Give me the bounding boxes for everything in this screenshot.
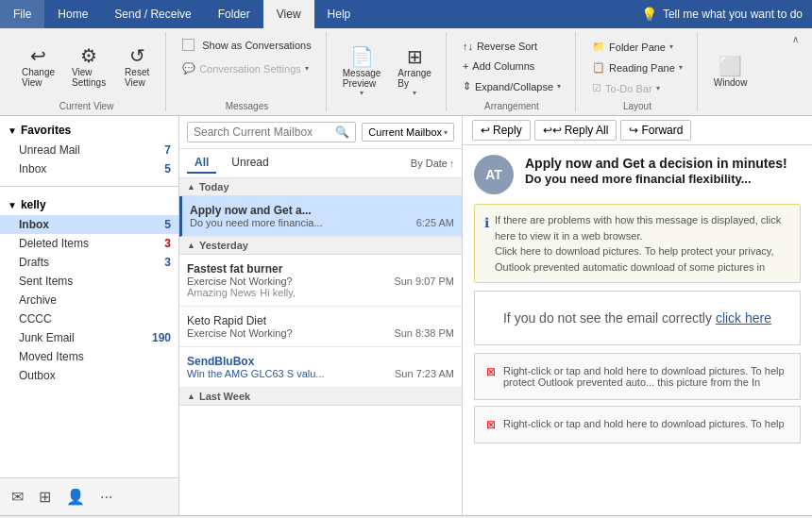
window-button[interactable]: ⬜ Window (707, 52, 754, 92)
ribbon-search-area: 💡 Tell me what you want to do (632, 0, 812, 28)
email-sender-apply: Apply now and Get a... (190, 204, 454, 217)
preview-buttons: 📄 MessagePreview ▾ ⊞ ArrangeBy ▾ (336, 32, 438, 108)
collapse-ribbon-button[interactable]: ∧ (787, 32, 804, 46)
tab-view[interactable]: View (263, 0, 314, 28)
settings-icon: ⚙ (80, 46, 97, 65)
reply-all-label: Reply All (565, 124, 609, 137)
junk-count: 190 (152, 331, 171, 344)
sidebar-divider (0, 186, 178, 187)
sidebar-item-archive[interactable]: Archive (0, 291, 178, 309)
arrange-by-label: ArrangeBy (398, 68, 431, 89)
email-sender-keto: Keto Rapid Diet (187, 314, 454, 327)
click-here-link[interactable]: click here (716, 310, 771, 326)
sidebar-item-drafts[interactable]: Drafts 3 (0, 253, 178, 272)
messages-buttons: Show as Conversations 💬 Conversation Set… (176, 32, 318, 97)
email-subject-keto: Exercise Not Working? (187, 327, 386, 339)
arrange-by-button[interactable]: ⊞ ArrangeBy ▾ (391, 42, 438, 102)
email-item-fat-burner[interactable]: Fastest fat burner Exercise Not Working?… (179, 255, 462, 307)
email-meta-sendblubox: Win the AMG GLC63 S valu... Sun 7:23 AM (187, 368, 454, 379)
mailbox-dropdown[interactable]: Current Mailbox ▾ (362, 123, 454, 142)
reply-all-button[interactable]: ↩↩ Reply All (534, 120, 617, 141)
show-as-conversations-checkbox[interactable]: Show as Conversations (176, 36, 318, 54)
reset-view-label: ResetView (125, 67, 149, 88)
search-input[interactable] (194, 125, 335, 139)
last-week-triangle-icon: ▲ (187, 392, 195, 401)
favorites-header[interactable]: ▼ Favorites (0, 120, 178, 141)
email-item-sendblubox[interactable]: SendBluBox Win the AMG GLC63 S valu... S… (179, 347, 462, 388)
tab-send-receive[interactable]: Send / Receive (101, 0, 204, 28)
forward-button[interactable]: ↪ Forward (620, 120, 691, 141)
folder-pane-button[interactable]: 📁 Folder Pane ▾ (585, 38, 680, 56)
folder-pane-label: Folder Pane (609, 42, 666, 53)
message-preview-button[interactable]: 📄 MessagePreview ▾ (336, 42, 388, 102)
email-item-keto[interactable]: Keto Rapid Diet Exercise Not Working? Su… (179, 307, 462, 347)
sidebar-item-inbox-favorites[interactable]: Inbox 5 (0, 159, 178, 178)
mail-footer-icon[interactable]: ✉ (8, 484, 27, 510)
search-box[interactable]: 🔍 (187, 122, 356, 142)
unread-mail-label: Unread Mail (19, 143, 80, 157)
sidebar-item-outbox[interactable]: Outbox (0, 366, 178, 385)
sidebar-item-moved[interactable]: Moved Items (0, 347, 178, 366)
add-columns-button[interactable]: + Add Columns (456, 58, 541, 75)
ribbon-search-text: Tell me what you want to do (663, 8, 803, 21)
change-view-button[interactable]: ↩ ChangeView (15, 42, 61, 92)
email-subject-sendblubox: Win the AMG GLC63 S valu... (187, 368, 387, 379)
search-icon: 🔍 (335, 125, 349, 139)
filter-unread[interactable]: Unread (224, 153, 276, 174)
sort-button[interactable]: By Date ↑ (411, 158, 454, 169)
conversation-settings-label: Conversation Settings (199, 63, 301, 75)
reset-view-button[interactable]: ↺ ResetView (116, 42, 158, 92)
favorites-arrow-icon: ▼ (8, 125, 17, 136)
account-header[interactable]: ▼ kelly (0, 194, 178, 215)
ribbon-group-messages: Show as Conversations 💬 Conversation Set… (168, 32, 327, 111)
img-error-icon-2: ⊠ (486, 418, 496, 431)
date-group-last-week: ▲ Last Week (179, 388, 462, 406)
expand-collapse-button[interactable]: ⇕ Expand/Collapse▾ (456, 77, 567, 95)
sidebar-item-inbox[interactable]: Inbox 5 (0, 215, 178, 234)
email-subject-apply: Do you need more financia... (190, 217, 409, 228)
reverse-sort-button[interactable]: ↑↓ Reverse Sort (456, 38, 544, 55)
calendar-footer-icon[interactable]: ⊞ (35, 484, 55, 510)
reply-button[interactable]: ↩ Reply (472, 120, 531, 141)
more-footer-icon[interactable]: ··· (96, 485, 116, 510)
inbox-favorites-label: Inbox (19, 162, 46, 175)
ribbon-group-layout: 📁 Folder Pane ▾ 📋 Reading Pane ▾ ☑ To-Do… (578, 32, 698, 111)
tab-file[interactable]: File (0, 0, 44, 28)
tab-help[interactable]: Help (314, 0, 364, 28)
todo-bar-button[interactable]: ☑ To-Do Bar ▾ (585, 79, 667, 97)
yesterday-triangle-icon: ▲ (187, 241, 195, 250)
sidebar-item-cccc[interactable]: CCCC (0, 309, 178, 328)
tab-home[interactable]: Home (44, 0, 101, 28)
email-subject-fat-burner: Exercise Not Working? (187, 276, 386, 287)
filter-all[interactable]: All (187, 153, 216, 174)
checkbox-icon[interactable] (182, 39, 195, 51)
sidebar: ▼ Favorites Unread Mail 7 Inbox 5 ▼ kell… (0, 116, 179, 515)
tab-folder[interactable]: Folder (205, 0, 263, 28)
reading-pane-icon: 📋 (592, 61, 605, 74)
conversation-settings-button[interactable]: 💬 Conversation Settings ▾ (176, 59, 315, 77)
sidebar-item-unread-mail[interactable]: Unread Mail 7 (0, 141, 178, 159)
drafts-count: 3 (164, 256, 171, 269)
forward-icon: ↪ (629, 124, 638, 137)
reading-pane-button[interactable]: 📋 Reading Pane ▾ (585, 58, 689, 76)
ribbon-group-current-view: ↩ ChangeView ⚙ ViewSettings ↺ ResetView … (8, 32, 166, 111)
email-time-apply: 6:25 AM (416, 217, 454, 228)
sidebar-item-junk[interactable]: Junk Email 190 (0, 328, 178, 347)
arrangement-group-label: Arrangement (484, 97, 539, 111)
sidebar-item-sent[interactable]: Sent Items (0, 272, 178, 291)
email-list: 🔍 Current Mailbox ▾ All Unread By Date ↑… (179, 116, 463, 515)
ribbon-group-window: ⬜ Window (700, 32, 762, 111)
sidebar-item-deleted[interactable]: Deleted Items 3 (0, 234, 178, 253)
ribbon-content: ↩ ChangeView ⚙ ViewSettings ↺ ResetView … (0, 28, 812, 116)
reading-pane: ↩ Reply ↩↩ Reply All ↪ Forward AT Apply … (463, 116, 812, 515)
image-placeholder-2: ⊠ Right-click or tap and hold here to do… (474, 406, 801, 443)
email-item-apply[interactable]: Apply now and Get a... Do you need more … (179, 196, 462, 237)
view-settings-button[interactable]: ⚙ ViewSettings (65, 42, 112, 92)
people-footer-icon[interactable]: 👤 (62, 484, 89, 510)
reading-pane-label: Reading Pane (609, 62, 675, 74)
img-error-icon-1: ⊠ (486, 365, 496, 378)
sort-arrow-icon: ↑ (449, 159, 454, 169)
body-text: If you do not see the email correctly (503, 310, 712, 326)
reply-icon: ↩ (481, 124, 490, 137)
preview-dropdown-icon: ▾ (360, 89, 364, 97)
